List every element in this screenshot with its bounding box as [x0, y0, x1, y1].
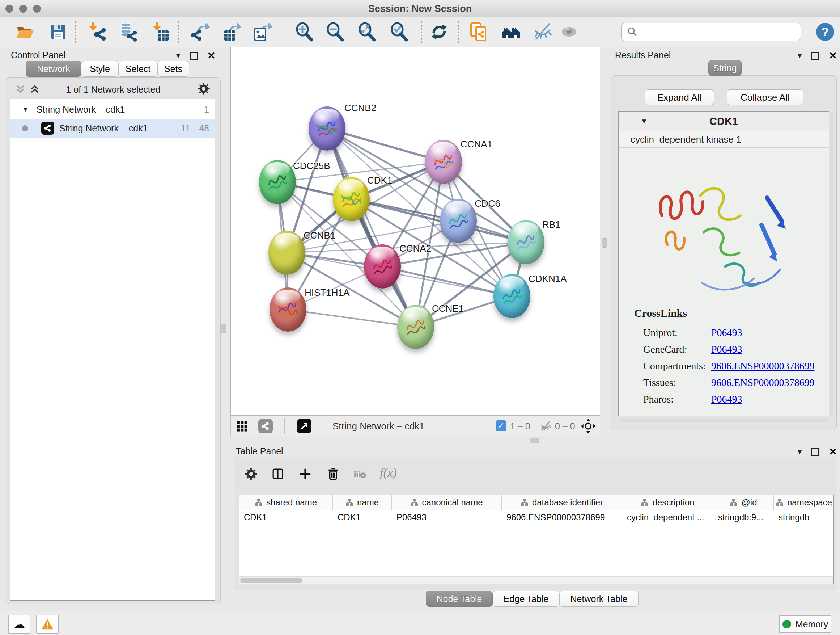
table-horizontal-scrollbar[interactable]: [239, 576, 834, 584]
hidden-eye-icon[interactable]: [540, 420, 552, 432]
network-collection-row[interactable]: ▼ String Network – cdk1 1: [10, 100, 215, 119]
results-horizontal-scrollbar[interactable]: [619, 419, 829, 422]
search-field[interactable]: [622, 23, 801, 41]
network-node-ccne1[interactable]: [397, 305, 434, 349]
zoom-fit-button[interactable]: [357, 22, 377, 42]
column-header-canonical-name[interactable]: canonical name: [392, 495, 502, 510]
network-node-ccnb2[interactable]: [309, 106, 346, 150]
copy-network-view-button[interactable]: [469, 22, 489, 42]
tab-style[interactable]: Style: [81, 61, 118, 77]
tab-network[interactable]: Network: [26, 61, 81, 77]
panel-float-icon[interactable]: [189, 52, 198, 60]
network-node-ccna2[interactable]: [364, 244, 401, 288]
table-cell[interactable]: stringdb: [774, 510, 834, 524]
function-builder-button[interactable]: f(x): [380, 466, 397, 480]
table-cell[interactable]: 9606.ENSP00000378699: [502, 510, 622, 524]
column-header-namespace[interactable]: namespace: [774, 495, 834, 510]
delete-table-icon[interactable]: [354, 470, 366, 479]
network-row-selected[interactable]: String Network – cdk1 11 48: [10, 119, 215, 138]
table-cell[interactable]: CDK1: [333, 510, 392, 524]
table-cell[interactable]: cyclin–dependent ...: [622, 510, 714, 524]
import-network-button[interactable]: [88, 22, 108, 42]
network-options-gear-icon[interactable]: [197, 82, 210, 95]
network-node-hist1h1a[interactable]: [270, 287, 306, 332]
zoom-out-button[interactable]: [325, 22, 345, 42]
table-scrollbar-thumb[interactable]: [240, 578, 302, 583]
import-network-from-database-button[interactable]: [118, 22, 139, 42]
show-all-button[interactable]: [559, 22, 579, 42]
export-image-button[interactable]: [252, 22, 272, 42]
column-header-name[interactable]: name: [333, 495, 392, 510]
tab-sets[interactable]: Sets: [157, 61, 189, 77]
table-cell[interactable]: stringdb:9...: [714, 510, 774, 524]
table-panel-title: Table Panel: [236, 446, 283, 456]
tab-select[interactable]: Select: [118, 61, 158, 77]
column-header-database-identifier[interactable]: database identifier: [502, 495, 622, 510]
help-button[interactable]: ?: [816, 23, 834, 41]
import-table-button[interactable]: [152, 22, 172, 42]
cloud-button[interactable]: ☁: [8, 615, 30, 633]
network-canvas[interactable]: CCNB2CCNA1CDC25BCDK1CDC6RB1CCNB1CCNA2CDK…: [231, 47, 600, 416]
crosslink-link[interactable]: P06493: [711, 327, 742, 339]
column-header-id[interactable]: @id: [714, 495, 774, 510]
network-node-rb1[interactable]: [508, 220, 545, 264]
panel-close-icon[interactable]: ✕: [829, 50, 837, 62]
table-cell[interactable]: CDK1: [239, 510, 333, 524]
warnings-button[interactable]: [36, 615, 58, 633]
refresh-button[interactable]: [429, 22, 449, 42]
network-node-ccnb1[interactable]: [268, 231, 305, 275]
network-share-badge-icon[interactable]: [258, 419, 273, 433]
create-column-icon[interactable]: [299, 467, 312, 480]
network-node-cdkn1a[interactable]: [493, 274, 531, 318]
panel-float-icon[interactable]: [811, 448, 819, 456]
network-node-cdk1[interactable]: [333, 177, 370, 221]
column-header-description[interactable]: description: [622, 495, 714, 510]
table-options-gear-icon[interactable]: [245, 467, 257, 480]
panel-float-icon[interactable]: [811, 52, 819, 60]
tree-expander-icon[interactable]: ▼: [22, 105, 29, 113]
crosslink-link[interactable]: P06493: [711, 394, 742, 405]
toolbar-separator: [279, 21, 279, 43]
zoom-selected-button[interactable]: [389, 22, 409, 42]
gene-section-header[interactable]: ▼ CDK1: [619, 111, 829, 131]
network-node-cdc25b[interactable]: [259, 160, 296, 204]
detach-view-icon[interactable]: [297, 419, 311, 433]
crosslink-link[interactable]: 9606.ENSP00000378699: [711, 377, 814, 388]
memory-button[interactable]: Memory: [779, 615, 831, 633]
pan-crosshair-icon[interactable]: [580, 418, 596, 434]
zoom-in-button[interactable]: [294, 22, 314, 42]
grid-view-icon[interactable]: [236, 420, 248, 432]
panel-close-icon[interactable]: ✕: [207, 50, 216, 62]
panel-collapse-icon[interactable]: ▾: [176, 51, 180, 60]
tab-edge-table[interactable]: Edge Table: [493, 591, 560, 607]
panel-collapse-icon[interactable]: ▾: [798, 447, 802, 456]
first-neighbors-button[interactable]: [501, 22, 521, 42]
show-columns-icon[interactable]: [271, 467, 284, 480]
search-input[interactable]: [641, 26, 801, 38]
crosslink-link[interactable]: 9606.ENSP00000378699: [711, 360, 814, 372]
panel-close-icon[interactable]: ✕: [829, 446, 837, 458]
tab-string[interactable]: String: [708, 60, 742, 76]
search-icon: [627, 27, 638, 37]
crosslink-link[interactable]: P06493: [711, 344, 742, 355]
results-vertical-scrollbar[interactable]: [830, 112, 833, 415]
collapse-all-button[interactable]: Collapse All: [727, 89, 804, 105]
export-table-button[interactable]: [221, 22, 241, 42]
open-session-button[interactable]: [15, 22, 35, 42]
table-cell[interactable]: P06493: [392, 510, 502, 524]
export-network-button[interactable]: [190, 22, 210, 42]
hide-selected-button[interactable]: [532, 22, 553, 42]
expand-all-button[interactable]: Expand All: [645, 89, 714, 105]
network-node-ccna1[interactable]: [425, 140, 462, 184]
selected-checkbox-icon[interactable]: ✓: [496, 420, 507, 431]
selected-count-badge: 1 – 0: [510, 421, 531, 432]
network-node-cdc6[interactable]: [440, 199, 477, 243]
save-session-button[interactable]: [48, 22, 68, 42]
column-header-shared-name[interactable]: shared name: [239, 495, 333, 510]
table-row[interactable]: CDK1CDK1P064939606.ENSP00000378699cyclin…: [239, 510, 834, 524]
left-splitter-grip[interactable]: [221, 324, 226, 333]
tab-network-table[interactable]: Network Table: [559, 591, 638, 607]
tab-node-table[interactable]: Node Table: [426, 591, 493, 607]
panel-collapse-icon[interactable]: ▾: [798, 51, 802, 60]
delete-column-icon[interactable]: [326, 467, 340, 481]
